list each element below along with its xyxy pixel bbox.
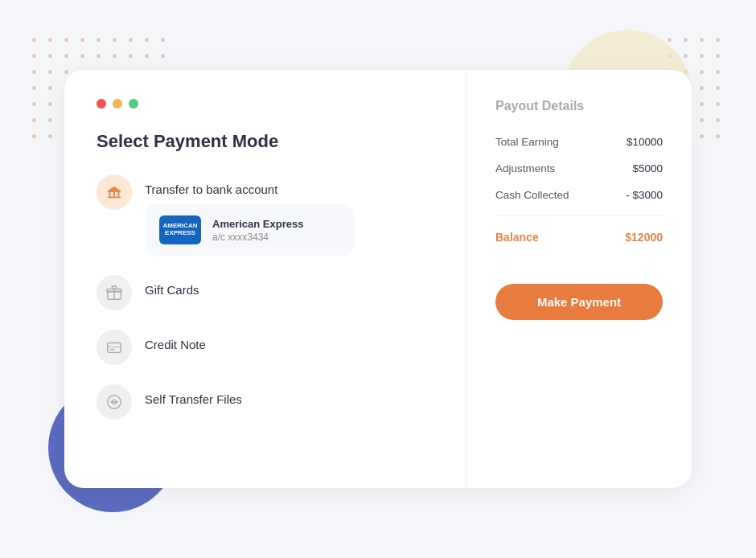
amex-logo-text: AMERICANEXPRESS	[162, 223, 197, 237]
payout-divider	[495, 215, 663, 216]
credit-option-label: Credit Note	[145, 338, 433, 351]
svg-rect-1	[109, 192, 111, 197]
payout-row-adjustments: Adjustments $5000	[495, 162, 663, 174]
payout-label-adjustments: Adjustments	[495, 162, 555, 174]
payment-option-bank[interactable]: Transfer to bank account AMERICANEXPRESS…	[97, 174, 433, 256]
bank-card-info: American Express a/c xxxx3434	[212, 218, 303, 243]
payout-label-earning: Total Earning	[495, 136, 559, 148]
payout-row-balance: Balance $12000	[495, 231, 663, 244]
payment-option-gift-cards[interactable]: Gift Cards	[97, 275, 433, 310]
bank-option-label: Transfer to bank account	[145, 183, 433, 196]
gift-option-content: Gift Cards	[145, 275, 433, 297]
payment-option-credit-note[interactable]: Credit Note	[97, 330, 433, 365]
svg-rect-2	[113, 192, 115, 197]
credit-icon-container	[97, 330, 132, 365]
balance-label: Balance	[495, 231, 539, 244]
bank-card-number: a/c xxxx3434	[212, 232, 303, 243]
svg-rect-10	[108, 346, 121, 348]
amex-logo: AMERICANEXPRESS	[159, 215, 201, 244]
payout-value-earning: $10000	[627, 136, 663, 148]
make-payment-button[interactable]: Make Payment	[495, 284, 663, 320]
bank-icon	[105, 183, 123, 201]
payment-option-self-transfer[interactable]: Self Transfer Files	[97, 384, 433, 420]
window-dots	[97, 99, 433, 109]
main-card: Select Payment Mode Transfer to bank	[64, 70, 692, 488]
payout-value-adjustments: $5000	[632, 162, 663, 174]
payout-label-cash: Cash Collected	[495, 189, 569, 201]
gift-icon	[105, 284, 123, 302]
window-dot-red	[97, 99, 106, 109]
transfer-option-content: Self Transfer Files	[145, 384, 433, 406]
credit-icon	[105, 338, 123, 356]
right-panel: Payout Details Total Earning $10000 Adju…	[466, 70, 692, 488]
payout-row-cash: Cash Collected - $3000	[495, 189, 663, 201]
bank-card-name: American Express	[212, 218, 303, 230]
svg-rect-4	[108, 197, 121, 199]
transfer-icon	[105, 393, 123, 411]
gift-icon-container	[97, 275, 132, 310]
svg-rect-3	[118, 192, 120, 197]
window-dot-green	[129, 99, 138, 109]
payout-value-cash: - $3000	[626, 189, 663, 201]
svg-rect-0	[108, 191, 121, 192]
transfer-icon-container	[97, 384, 132, 420]
section-title: Select Payment Mode	[97, 131, 433, 152]
gift-option-label: Gift Cards	[145, 283, 433, 297]
payout-row-earning: Total Earning $10000	[495, 136, 663, 148]
bank-icon-container	[97, 174, 132, 210]
transfer-option-label: Self Transfer Files	[145, 392, 433, 406]
main-container: for(let i=0;i<63;i++) document.currentSc…	[32, 30, 724, 528]
window-dot-yellow	[113, 99, 122, 109]
balance-value: $12000	[625, 231, 663, 244]
bank-option-content: Transfer to bank account AMERICANEXPRESS…	[145, 174, 433, 256]
payout-title: Payout Details	[495, 99, 663, 113]
svg-marker-5	[108, 187, 121, 191]
bank-card-item[interactable]: AMERICANEXPRESS American Express a/c xxx…	[145, 204, 354, 256]
credit-option-content: Credit Note	[145, 330, 433, 351]
left-panel: Select Payment Mode Transfer to bank	[64, 70, 466, 488]
